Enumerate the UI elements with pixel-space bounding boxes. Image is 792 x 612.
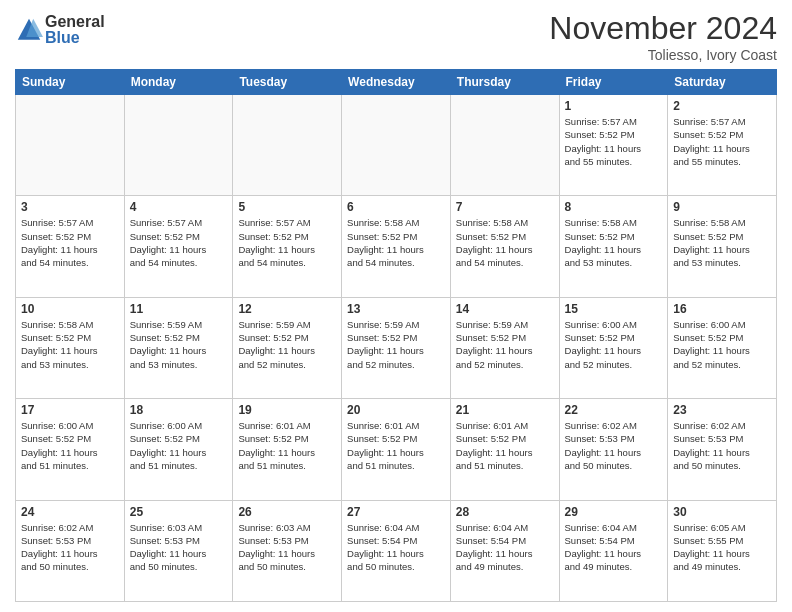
weekday-header: Monday bbox=[124, 70, 233, 95]
day-number: 1 bbox=[565, 99, 663, 113]
logo-icon bbox=[15, 16, 43, 44]
day-number: 12 bbox=[238, 302, 336, 316]
calendar-cell: 11Sunrise: 5:59 AM Sunset: 5:52 PM Dayli… bbox=[124, 297, 233, 398]
calendar-cell: 23Sunrise: 6:02 AM Sunset: 5:53 PM Dayli… bbox=[668, 399, 777, 500]
day-info: Sunrise: 5:57 AM Sunset: 5:52 PM Dayligh… bbox=[130, 216, 228, 269]
logo: General Blue bbox=[15, 14, 105, 46]
day-info: Sunrise: 6:02 AM Sunset: 5:53 PM Dayligh… bbox=[565, 419, 663, 472]
calendar-table: SundayMondayTuesdayWednesdayThursdayFrid… bbox=[15, 69, 777, 602]
day-number: 18 bbox=[130, 403, 228, 417]
day-info: Sunrise: 5:59 AM Sunset: 5:52 PM Dayligh… bbox=[130, 318, 228, 371]
day-number: 17 bbox=[21, 403, 119, 417]
weekday-header: Saturday bbox=[668, 70, 777, 95]
day-info: Sunrise: 5:59 AM Sunset: 5:52 PM Dayligh… bbox=[456, 318, 554, 371]
day-number: 10 bbox=[21, 302, 119, 316]
day-number: 29 bbox=[565, 505, 663, 519]
calendar-week-row: 3Sunrise: 5:57 AM Sunset: 5:52 PM Daylig… bbox=[16, 196, 777, 297]
calendar-cell: 3Sunrise: 5:57 AM Sunset: 5:52 PM Daylig… bbox=[16, 196, 125, 297]
day-info: Sunrise: 6:00 AM Sunset: 5:52 PM Dayligh… bbox=[21, 419, 119, 472]
calendar-week-row: 1Sunrise: 5:57 AM Sunset: 5:52 PM Daylig… bbox=[16, 95, 777, 196]
calendar-cell: 7Sunrise: 5:58 AM Sunset: 5:52 PM Daylig… bbox=[450, 196, 559, 297]
day-info: Sunrise: 6:00 AM Sunset: 5:52 PM Dayligh… bbox=[130, 419, 228, 472]
calendar-cell: 10Sunrise: 5:58 AM Sunset: 5:52 PM Dayli… bbox=[16, 297, 125, 398]
day-info: Sunrise: 5:58 AM Sunset: 5:52 PM Dayligh… bbox=[21, 318, 119, 371]
day-number: 4 bbox=[130, 200, 228, 214]
calendar-cell: 14Sunrise: 5:59 AM Sunset: 5:52 PM Dayli… bbox=[450, 297, 559, 398]
day-number: 24 bbox=[21, 505, 119, 519]
logo-blue: Blue bbox=[45, 30, 105, 46]
calendar-cell: 5Sunrise: 5:57 AM Sunset: 5:52 PM Daylig… bbox=[233, 196, 342, 297]
day-info: Sunrise: 6:03 AM Sunset: 5:53 PM Dayligh… bbox=[238, 521, 336, 574]
day-number: 13 bbox=[347, 302, 445, 316]
calendar-cell: 20Sunrise: 6:01 AM Sunset: 5:52 PM Dayli… bbox=[342, 399, 451, 500]
day-info: Sunrise: 5:57 AM Sunset: 5:52 PM Dayligh… bbox=[21, 216, 119, 269]
weekday-header: Tuesday bbox=[233, 70, 342, 95]
calendar-cell: 8Sunrise: 5:58 AM Sunset: 5:52 PM Daylig… bbox=[559, 196, 668, 297]
day-info: Sunrise: 6:04 AM Sunset: 5:54 PM Dayligh… bbox=[347, 521, 445, 574]
day-number: 28 bbox=[456, 505, 554, 519]
day-number: 8 bbox=[565, 200, 663, 214]
day-info: Sunrise: 5:57 AM Sunset: 5:52 PM Dayligh… bbox=[565, 115, 663, 168]
calendar-cell: 1Sunrise: 5:57 AM Sunset: 5:52 PM Daylig… bbox=[559, 95, 668, 196]
month-title: November 2024 bbox=[549, 10, 777, 47]
calendar-cell bbox=[16, 95, 125, 196]
calendar-cell: 29Sunrise: 6:04 AM Sunset: 5:54 PM Dayli… bbox=[559, 500, 668, 601]
calendar-week-row: 17Sunrise: 6:00 AM Sunset: 5:52 PM Dayli… bbox=[16, 399, 777, 500]
calendar-cell: 4Sunrise: 5:57 AM Sunset: 5:52 PM Daylig… bbox=[124, 196, 233, 297]
day-info: Sunrise: 6:01 AM Sunset: 5:52 PM Dayligh… bbox=[347, 419, 445, 472]
day-info: Sunrise: 5:58 AM Sunset: 5:52 PM Dayligh… bbox=[347, 216, 445, 269]
day-number: 22 bbox=[565, 403, 663, 417]
calendar-week-row: 10Sunrise: 5:58 AM Sunset: 5:52 PM Dayli… bbox=[16, 297, 777, 398]
day-info: Sunrise: 6:03 AM Sunset: 5:53 PM Dayligh… bbox=[130, 521, 228, 574]
day-number: 20 bbox=[347, 403, 445, 417]
day-number: 3 bbox=[21, 200, 119, 214]
calendar-cell: 30Sunrise: 6:05 AM Sunset: 5:55 PM Dayli… bbox=[668, 500, 777, 601]
day-number: 5 bbox=[238, 200, 336, 214]
weekday-header: Sunday bbox=[16, 70, 125, 95]
calendar-cell bbox=[233, 95, 342, 196]
day-info: Sunrise: 5:59 AM Sunset: 5:52 PM Dayligh… bbox=[238, 318, 336, 371]
day-info: Sunrise: 5:57 AM Sunset: 5:52 PM Dayligh… bbox=[673, 115, 771, 168]
day-number: 15 bbox=[565, 302, 663, 316]
day-info: Sunrise: 5:57 AM Sunset: 5:52 PM Dayligh… bbox=[238, 216, 336, 269]
weekday-header: Friday bbox=[559, 70, 668, 95]
logo-text: General Blue bbox=[45, 14, 105, 46]
page: General Blue November 2024 Toliesso, Ivo… bbox=[0, 0, 792, 612]
day-number: 26 bbox=[238, 505, 336, 519]
day-number: 6 bbox=[347, 200, 445, 214]
day-info: Sunrise: 6:00 AM Sunset: 5:52 PM Dayligh… bbox=[673, 318, 771, 371]
calendar-cell: 21Sunrise: 6:01 AM Sunset: 5:52 PM Dayli… bbox=[450, 399, 559, 500]
day-info: Sunrise: 5:58 AM Sunset: 5:52 PM Dayligh… bbox=[456, 216, 554, 269]
calendar-cell: 25Sunrise: 6:03 AM Sunset: 5:53 PM Dayli… bbox=[124, 500, 233, 601]
calendar-cell: 15Sunrise: 6:00 AM Sunset: 5:52 PM Dayli… bbox=[559, 297, 668, 398]
calendar-week-row: 24Sunrise: 6:02 AM Sunset: 5:53 PM Dayli… bbox=[16, 500, 777, 601]
calendar-cell: 26Sunrise: 6:03 AM Sunset: 5:53 PM Dayli… bbox=[233, 500, 342, 601]
calendar-cell: 12Sunrise: 5:59 AM Sunset: 5:52 PM Dayli… bbox=[233, 297, 342, 398]
weekday-header: Wednesday bbox=[342, 70, 451, 95]
day-info: Sunrise: 6:05 AM Sunset: 5:55 PM Dayligh… bbox=[673, 521, 771, 574]
weekday-header-row: SundayMondayTuesdayWednesdayThursdayFrid… bbox=[16, 70, 777, 95]
calendar-cell: 22Sunrise: 6:02 AM Sunset: 5:53 PM Dayli… bbox=[559, 399, 668, 500]
calendar-cell bbox=[342, 95, 451, 196]
calendar-cell bbox=[450, 95, 559, 196]
day-number: 9 bbox=[673, 200, 771, 214]
day-info: Sunrise: 6:02 AM Sunset: 5:53 PM Dayligh… bbox=[21, 521, 119, 574]
calendar-cell: 17Sunrise: 6:00 AM Sunset: 5:52 PM Dayli… bbox=[16, 399, 125, 500]
day-number: 25 bbox=[130, 505, 228, 519]
day-number: 7 bbox=[456, 200, 554, 214]
day-info: Sunrise: 5:59 AM Sunset: 5:52 PM Dayligh… bbox=[347, 318, 445, 371]
day-number: 21 bbox=[456, 403, 554, 417]
weekday-header: Thursday bbox=[450, 70, 559, 95]
calendar-cell: 13Sunrise: 5:59 AM Sunset: 5:52 PM Dayli… bbox=[342, 297, 451, 398]
calendar-cell bbox=[124, 95, 233, 196]
day-info: Sunrise: 6:01 AM Sunset: 5:52 PM Dayligh… bbox=[456, 419, 554, 472]
calendar-cell: 27Sunrise: 6:04 AM Sunset: 5:54 PM Dayli… bbox=[342, 500, 451, 601]
calendar-cell: 18Sunrise: 6:00 AM Sunset: 5:52 PM Dayli… bbox=[124, 399, 233, 500]
day-info: Sunrise: 5:58 AM Sunset: 5:52 PM Dayligh… bbox=[565, 216, 663, 269]
day-info: Sunrise: 6:04 AM Sunset: 5:54 PM Dayligh… bbox=[456, 521, 554, 574]
day-info: Sunrise: 6:00 AM Sunset: 5:52 PM Dayligh… bbox=[565, 318, 663, 371]
day-number: 23 bbox=[673, 403, 771, 417]
day-info: Sunrise: 6:01 AM Sunset: 5:52 PM Dayligh… bbox=[238, 419, 336, 472]
day-number: 30 bbox=[673, 505, 771, 519]
title-section: November 2024 Toliesso, Ivory Coast bbox=[549, 10, 777, 63]
